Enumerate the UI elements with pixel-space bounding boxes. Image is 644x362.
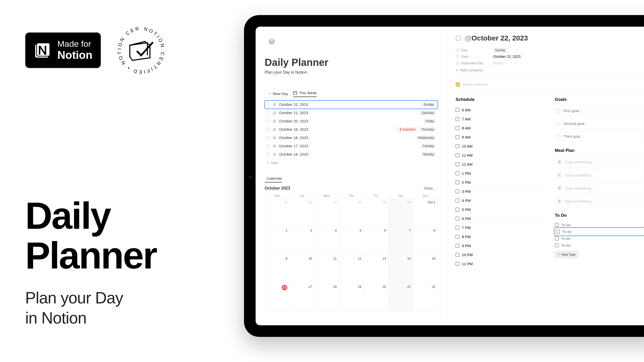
schedule-row[interactable]: 12 AM xyxy=(456,160,545,169)
schedule-row[interactable]: 10 AM xyxy=(456,142,545,151)
goal-row[interactable]: Second goal... xyxy=(555,118,644,129)
calendar-cell[interactable]: 26 xyxy=(290,199,314,227)
calendar-cell[interactable]: 5 xyxy=(339,227,364,255)
calendar-cell[interactable]: 3 xyxy=(290,227,314,255)
todo-row[interactable]: To-do xyxy=(555,228,644,235)
checkbox[interactable] xyxy=(456,190,459,193)
checkbox[interactable] xyxy=(456,180,459,184)
goal-row[interactable]: Third goal... xyxy=(555,131,644,142)
prop-day[interactable]: Day Sunday xyxy=(456,47,644,53)
schedule-row[interactable]: 3 PM xyxy=(456,187,545,196)
calendar-cell[interactable]: 6 xyxy=(364,227,388,255)
checkbox[interactable] xyxy=(456,171,459,175)
calendar-cell[interactable]: 17 xyxy=(290,283,314,311)
checkbox[interactable] xyxy=(456,144,459,148)
calendar-cell[interactable]: 14 xyxy=(388,255,413,283)
todo-row[interactable]: To-do xyxy=(555,221,644,228)
checkbox[interactable] xyxy=(556,230,560,234)
meal-row[interactable]: LType something... xyxy=(555,170,644,180)
calendar-cell[interactable]: Oct 1 xyxy=(413,199,438,227)
new-day-button[interactable]: +New Day xyxy=(265,90,292,98)
calendar-cell[interactable]: 10 xyxy=(290,255,314,283)
calendar-cell[interactable]: 30 xyxy=(388,199,413,227)
this-week-tab[interactable]: This Week xyxy=(293,91,317,97)
schedule-row[interactable]: 11 PM xyxy=(456,259,545,268)
week-row[interactable]: @October 19, 2023❗ImportantThursday xyxy=(265,125,438,134)
calendar-cell[interactable]: 28 xyxy=(339,199,364,227)
checkbox[interactable] xyxy=(456,208,459,211)
checkbox[interactable] xyxy=(456,217,459,220)
todo-row[interactable]: To-do xyxy=(555,235,644,242)
schedule-row[interactable]: 8 AM xyxy=(456,124,545,133)
calendar-cell[interactable]: 18 xyxy=(314,283,339,311)
schedule-row[interactable]: 7 AM xyxy=(456,115,545,124)
schedule-row[interactable]: 11 AM xyxy=(456,151,545,160)
week-row[interactable]: @October 18, 2023Wednesday xyxy=(265,134,438,142)
schedule-row[interactable]: 10 PM xyxy=(456,250,545,259)
checkbox[interactable] xyxy=(555,243,559,247)
calendar-cell[interactable]: 7 xyxy=(388,227,413,255)
schedule-row[interactable]: 5 PM xyxy=(456,205,545,214)
new-row-button[interactable]: +New xyxy=(265,159,438,167)
calendar-cell[interactable]: 8 xyxy=(413,227,438,255)
detail-status-circle[interactable] xyxy=(456,35,461,41)
schedule-row[interactable]: 9 AM xyxy=(456,133,545,142)
calendar-cell[interactable]: 12 xyxy=(339,255,364,283)
add-property-button[interactable]: +Add a property xyxy=(456,66,644,74)
calendar-cell[interactable]: 15 xyxy=(413,255,438,283)
schedule-row[interactable]: 2 PM xyxy=(456,178,545,187)
checkbox[interactable] xyxy=(456,226,459,230)
checkbox[interactable] xyxy=(456,153,459,157)
checkbox[interactable] xyxy=(456,244,459,248)
week-row[interactable]: @October 17, 2023Tuesday xyxy=(265,142,438,150)
schedule-row[interactable]: 1 PM xyxy=(456,169,545,178)
todo-row[interactable]: To-do xyxy=(555,242,644,249)
new-task-button[interactable]: +New Task xyxy=(555,251,578,258)
calendar-cell[interactable]: 4 xyxy=(314,227,339,255)
meal-row[interactable]: SType something... xyxy=(555,196,644,206)
calendar-today-button[interactable]: Today xyxy=(424,186,433,190)
checkbox[interactable] xyxy=(456,117,459,121)
checkbox[interactable] xyxy=(456,262,459,266)
calendar-prev-button[interactable]: ‹ xyxy=(419,186,420,190)
checkbox[interactable] xyxy=(456,253,459,257)
calendar-cell[interactable]: 20 xyxy=(364,283,388,311)
schedule-row[interactable]: 6 PM xyxy=(456,214,545,223)
week-row[interactable]: @October 22, 2023Sunday xyxy=(265,101,438,109)
week-row[interactable]: @October 20, 2023Friday xyxy=(265,117,438,125)
calendar-next-button[interactable]: › xyxy=(436,186,438,190)
checkbox[interactable] xyxy=(555,223,559,227)
calendar-cell[interactable]: 2 xyxy=(265,227,290,255)
checkbox[interactable] xyxy=(456,199,459,202)
schedule-row[interactable]: 7 PM xyxy=(456,223,545,232)
week-row[interactable]: @October 21, 2023Saturday xyxy=(265,109,438,117)
goal-row[interactable]: First goal... xyxy=(555,106,644,116)
checkbox[interactable] xyxy=(456,108,459,112)
checkbox[interactable] xyxy=(456,126,459,130)
checkbox[interactable] xyxy=(456,235,459,239)
week-row[interactable]: @October 16, 2023Monday xyxy=(265,150,438,159)
schedule-row[interactable]: 8 PM xyxy=(456,232,545,241)
calendar-cell[interactable]: 13 xyxy=(364,255,388,283)
calendar-cell[interactable]: 9 xyxy=(265,255,290,283)
meal-row[interactable]: BType something... xyxy=(555,157,644,167)
calendar-cell[interactable]: 29 xyxy=(364,199,388,227)
calendar-cell[interactable]: 21 xyxy=(388,283,413,311)
meal-row[interactable]: DType something... xyxy=(555,183,644,193)
calendar-tab[interactable]: Calendar xyxy=(265,176,282,183)
schedule-row[interactable]: 6 AM xyxy=(456,106,545,115)
calendar-cell[interactable]: 27 xyxy=(314,199,339,227)
calendar-cell[interactable]: 11 xyxy=(314,255,339,283)
calendar-cell[interactable]: 19 xyxy=(339,283,364,311)
prop-date[interactable]: Date October 22, 2023 xyxy=(456,53,644,60)
schedule-row[interactable]: 9 PM xyxy=(456,241,545,250)
checkbox[interactable] xyxy=(456,135,459,139)
add-comment[interactable]: Add a comment... xyxy=(456,79,644,90)
checkbox[interactable] xyxy=(456,162,459,166)
calendar-cell[interactable]: 25 xyxy=(265,199,290,227)
calendar-cell[interactable]: 22 xyxy=(413,283,438,311)
checkbox[interactable] xyxy=(555,237,559,240)
schedule-row[interactable]: 4 PM xyxy=(456,196,545,205)
calendar-cell[interactable]: 16 xyxy=(265,283,290,311)
prop-important[interactable]: Important Day Empty xyxy=(456,60,644,66)
